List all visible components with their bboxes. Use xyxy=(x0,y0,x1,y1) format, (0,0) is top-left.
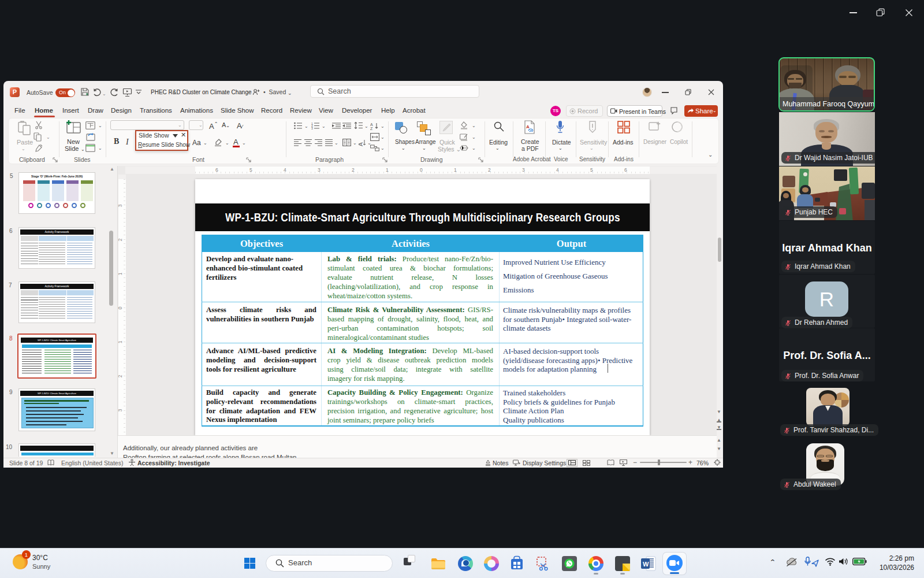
svg-text:A: A xyxy=(370,123,373,127)
svg-text:3: 3 xyxy=(311,127,313,129)
svg-text:A: A xyxy=(526,124,530,129)
svg-text:W: W xyxy=(643,561,649,568)
svg-text:Z: Z xyxy=(370,127,373,130)
svg-text:A: A xyxy=(359,142,364,146)
